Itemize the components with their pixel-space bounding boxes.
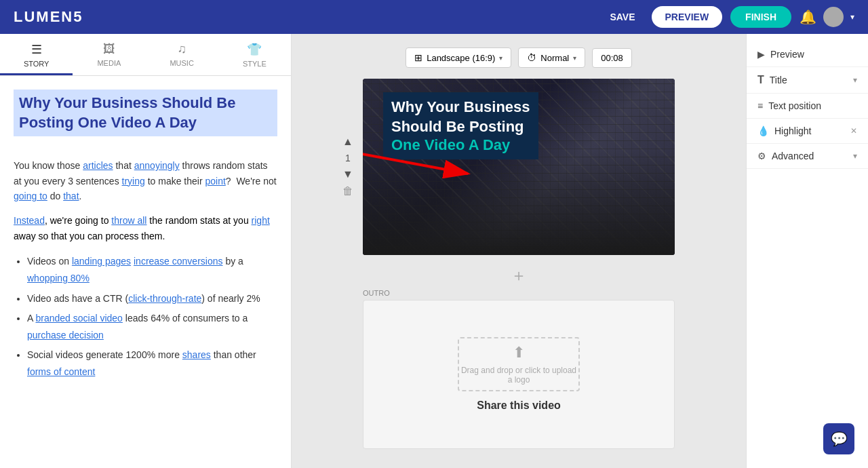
- share-text: Share this video: [477, 399, 561, 412]
- chat-icon: 💬: [831, 431, 848, 447]
- chevron-down-icon: ▾: [853, 151, 857, 161]
- scene-title-line1: Why Your Business: [391, 98, 530, 117]
- add-scene-button[interactable]: ＋: [511, 265, 527, 286]
- chevron-down-icon: ▾: [850, 12, 854, 22]
- list-item: Social videos generate 1200% more shares…: [27, 347, 277, 381]
- toolbar-row: ⊞ Landscape (16:9) ▾ ⏱ Normal ▾ 00:08: [406, 47, 632, 68]
- speed-icon: ⏱: [527, 52, 536, 63]
- style-icon: 👕: [247, 42, 262, 57]
- tab-media-label: MEDIA: [97, 59, 121, 67]
- nav-right: SAVE PREVIEW FINISH 🔔 ▾: [601, 6, 854, 28]
- left-panel: ☰ STORY 🖼 MEDIA ♫ MUSIC 👕 STYLE Why Your…: [0, 34, 292, 468]
- chevron-down-icon: ▾: [573, 54, 576, 62]
- tab-music[interactable]: ♫ MUSIC: [146, 34, 218, 75]
- save-button[interactable]: SAVE: [601, 7, 643, 26]
- tabs-row: ☰ STORY 🖼 MEDIA ♫ MUSIC 👕 STYLE: [0, 34, 291, 76]
- story-body-1: You know those articles that annoyingly …: [14, 158, 277, 203]
- aspect-ratio-icon: ⊞: [414, 52, 422, 63]
- tab-story-label: STORY: [24, 60, 50, 68]
- close-icon[interactable]: ✕: [850, 126, 857, 136]
- left-content: Why Your Business Should Be Posting One …: [0, 76, 291, 468]
- story-body-2: Instead, we're going to throw all the ra…: [14, 213, 277, 243]
- scene-number: 1: [345, 153, 351, 163]
- preview-button[interactable]: PREVIEW: [652, 6, 723, 28]
- gear-icon: ⚙: [757, 151, 766, 161]
- outro-label: OUTRO: [363, 289, 390, 297]
- list-item: Videos on landing pages increase convers…: [27, 253, 277, 287]
- right-panel-title[interactable]: T Title ▾: [747, 67, 868, 94]
- right-panel: ▶ Preview T Title ▾ ≡ Text position 💧 Hi…: [746, 34, 868, 468]
- advanced-label: Advanced: [772, 151, 814, 161]
- list-item: A branded social video leads 64% of cons…: [27, 310, 277, 344]
- scene-delete-button[interactable]: 🗑: [342, 185, 353, 197]
- nav-icons: 🔔 ▾: [800, 7, 854, 27]
- text-position-item-left: ≡ Text position: [757, 100, 821, 111]
- speed-label: Normal: [540, 53, 569, 63]
- right-panel-highlight[interactable]: 💧 Highlight ✕: [747, 119, 868, 144]
- tab-style[interactable]: 👕 STYLE: [218, 34, 291, 75]
- finish-button[interactable]: FINISH: [730, 6, 791, 28]
- scene-subtitle: One Video A Day: [391, 136, 530, 154]
- title-item-left: T Title: [757, 74, 787, 86]
- timer-display: 00:08: [592, 48, 632, 68]
- media-icon: 🖼: [103, 42, 115, 56]
- scene-title-line2: Should Be Posting: [391, 117, 530, 137]
- right-panel-preview[interactable]: ▶ Preview: [747, 42, 868, 67]
- chat-button[interactable]: 💬: [823, 423, 854, 454]
- text-position-label: Text position: [768, 100, 821, 111]
- upload-logo-box[interactable]: ⬆ Drag and drop or click to upload a log…: [458, 337, 580, 391]
- notification-icon[interactable]: 🔔: [800, 9, 816, 25]
- bullet-list: Videos on landing pages increase convers…: [14, 253, 277, 381]
- music-icon: ♫: [177, 42, 186, 56]
- scene-title-background: Why Your Business Should Be Posting One …: [383, 92, 538, 159]
- advanced-item-left: ⚙ Advanced: [757, 151, 814, 161]
- text-position-icon: ≡: [757, 100, 763, 111]
- scene-image[interactable]: Why Your Business Should Be Posting One …: [363, 79, 675, 255]
- avatar[interactable]: [823, 7, 844, 27]
- top-navigation: LUMEN5 SAVE PREVIEW FINISH 🔔 ▾: [0, 0, 868, 34]
- aspect-ratio-label: Landscape (16:9): [427, 53, 495, 63]
- right-panel-text-position[interactable]: ≡ Text position: [747, 94, 868, 119]
- gradient-overlay: [363, 149, 675, 255]
- list-item: Video ads have a CTR (click-through-rate…: [27, 290, 277, 307]
- tab-music-label: MUSIC: [170, 59, 193, 67]
- preview-label: Preview: [770, 49, 804, 60]
- chevron-down-icon: ▾: [499, 54, 502, 62]
- aspect-ratio-dropdown[interactable]: ⊞ Landscape (16:9) ▾: [406, 47, 511, 68]
- preview-item-left: ▶ Preview: [757, 49, 804, 60]
- tab-story[interactable]: ☰ STORY: [0, 34, 73, 75]
- upload-label: Drag and drop or click to upload a logo: [459, 366, 578, 385]
- story-title: Why Your Business Should Be Posting One …: [14, 90, 277, 136]
- tab-media[interactable]: 🖼 MEDIA: [73, 34, 145, 75]
- text-icon: T: [757, 74, 764, 86]
- scene-1-wrapper: ▲ 1 ▼ 🗑 Why Your Business Should Be Post…: [363, 79, 675, 255]
- highlight-icon: 💧: [757, 125, 769, 136]
- main-area: ⊞ Landscape (16:9) ▾ ⏱ Normal ▾ 00:08 ▲ …: [292, 34, 746, 468]
- scene-up-button[interactable]: ▲: [342, 136, 353, 147]
- right-panel-advanced[interactable]: ⚙ Advanced ▾: [747, 144, 868, 169]
- tab-style-label: STYLE: [243, 60, 267, 68]
- play-icon: ▶: [757, 49, 765, 60]
- title-label: Title: [770, 75, 787, 85]
- speed-dropdown[interactable]: ⏱ Normal ▾: [518, 47, 585, 68]
- highlight-item-left: 💧 Highlight: [757, 125, 811, 136]
- outro-scene: ⬆ Drag and drop or click to upload a log…: [363, 300, 675, 449]
- scene-down-button[interactable]: ▼: [342, 169, 353, 180]
- chevron-down-icon: ▾: [853, 75, 857, 85]
- logo: LUMEN5: [14, 8, 83, 26]
- scene-nav: ▲ 1 ▼ 🗑: [342, 136, 353, 197]
- story-icon: ☰: [31, 42, 42, 57]
- scene-overlay-text: Why Your Business Should Be Posting One …: [383, 92, 668, 159]
- upload-icon: ⬆: [513, 344, 525, 362]
- highlight-label: Highlight: [774, 125, 811, 136]
